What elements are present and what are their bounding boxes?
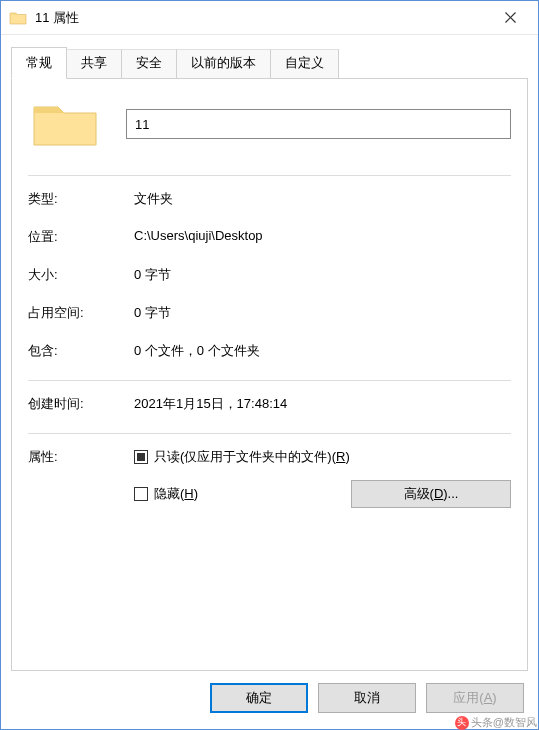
content-area: 常规 共享 安全 以前的版本 自定义 类型: 文件夹 — [1, 35, 538, 671]
folder-icon — [9, 11, 27, 25]
tab-customize[interactable]: 自定义 — [270, 49, 339, 78]
row-contains: 包含: 0 个文件，0 个文件夹 — [28, 342, 511, 360]
tab-security[interactable]: 安全 — [121, 49, 177, 78]
bottom-bar: 确定 取消 应用(A) 头 头条@数智风 — [1, 671, 538, 729]
advanced-button[interactable]: 高级(D)... — [351, 480, 511, 508]
row-created: 创建时间: 2021年1月15日，17:48:14 — [28, 395, 511, 413]
row-location: 位置: C:\Users\qiuji\Desktop — [28, 228, 511, 246]
value-location: C:\Users\qiuji\Desktop — [134, 228, 511, 246]
attributes-section: 属性: 只读(仅应用于文件夹中的文件)(R) 隐藏(H) 高级(D)... — [28, 448, 511, 508]
close-button[interactable] — [490, 4, 530, 32]
readonly-checkbox[interactable] — [134, 450, 148, 464]
folder-icon-large — [28, 97, 102, 151]
watermark: 头 头条@数智风 — [455, 715, 537, 730]
cancel-button[interactable]: 取消 — [318, 683, 416, 713]
row-size: 大小: 0 字节 — [28, 266, 511, 284]
tab-panel-general: 类型: 文件夹 位置: C:\Users\qiuji\Desktop 大小: 0… — [11, 78, 528, 671]
close-icon — [505, 12, 516, 23]
watermark-text: 头条@数智风 — [471, 715, 537, 730]
tabs: 常规 共享 安全 以前的版本 自定义 — [11, 47, 528, 78]
window-title: 11 属性 — [35, 9, 490, 27]
row-type: 类型: 文件夹 — [28, 190, 511, 208]
label-contains: 包含: — [28, 342, 134, 360]
divider — [28, 175, 511, 176]
divider — [28, 380, 511, 381]
name-row — [28, 97, 511, 151]
name-input[interactable] — [126, 109, 511, 139]
value-contains: 0 个文件，0 个文件夹 — [134, 342, 511, 360]
value-size-on-disk: 0 字节 — [134, 304, 511, 322]
label-type: 类型: — [28, 190, 134, 208]
label-attributes: 属性: — [28, 448, 134, 508]
divider — [28, 433, 511, 434]
value-created: 2021年1月15日，17:48:14 — [134, 395, 511, 413]
tab-previous-versions[interactable]: 以前的版本 — [176, 49, 271, 78]
label-size: 大小: — [28, 266, 134, 284]
readonly-label[interactable]: 只读(仅应用于文件夹中的文件)(R) — [154, 448, 350, 466]
label-size-on-disk: 占用空间: — [28, 304, 134, 322]
watermark-icon: 头 — [455, 716, 469, 730]
value-size: 0 字节 — [134, 266, 511, 284]
titlebar: 11 属性 — [1, 1, 538, 35]
properties-dialog: 11 属性 常规 共享 安全 以前的版本 自定义 — [0, 0, 539, 730]
value-type: 文件夹 — [134, 190, 511, 208]
checkbox-row-hidden: 隐藏(H) — [134, 485, 198, 503]
label-created: 创建时间: — [28, 395, 134, 413]
row-size-on-disk: 占用空间: 0 字节 — [28, 304, 511, 322]
label-location: 位置: — [28, 228, 134, 246]
apply-button[interactable]: 应用(A) — [426, 683, 524, 713]
tab-sharing[interactable]: 共享 — [66, 49, 122, 78]
hidden-checkbox[interactable] — [134, 487, 148, 501]
checkbox-row-readonly: 只读(仅应用于文件夹中的文件)(R) — [134, 448, 511, 466]
ok-button[interactable]: 确定 — [210, 683, 308, 713]
tab-general[interactable]: 常规 — [11, 47, 67, 79]
hidden-label[interactable]: 隐藏(H) — [154, 485, 198, 503]
